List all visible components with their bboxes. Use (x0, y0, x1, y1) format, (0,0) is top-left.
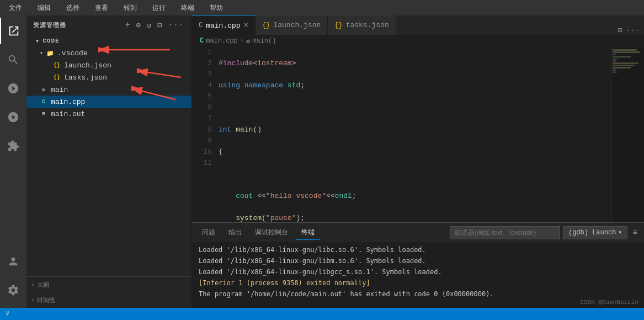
status-bar: ⑂ (0, 308, 644, 320)
tab-json-icon: {} (334, 22, 342, 29)
editor-area: C main.cpp × {} launch.json {} tasks.jso… (192, 15, 644, 308)
minimap (611, 47, 644, 222)
panel-tab-terminal[interactable]: 终端 (296, 225, 320, 240)
panel-tabs: 问题 输出 调试控制台 终端 (gdb) Launch ▾ ≡ (192, 223, 644, 242)
activity-icon-account[interactable] (0, 248, 26, 275)
output-line-1: Loaded '/lib/x86_64-linux-gnu/libc.so.6'… (199, 244, 637, 255)
status-left: ⑂ (6, 310, 9, 318)
cpp-icon: C (40, 98, 47, 106)
more-actions-icon[interactable]: ··· (626, 26, 640, 35)
activity-bar-bottom (0, 248, 26, 308)
panel-menu-icon[interactable]: ≡ (631, 228, 640, 237)
tasks-json-name: tasks.json (64, 74, 107, 82)
sidebar-bottom-timeline[interactable]: › 时间线 (26, 292, 191, 308)
menu-item-edit[interactable]: 编辑 (34, 2, 54, 14)
code-content[interactable]: #include<iostream> using namespace std; … (219, 47, 611, 222)
menu-item-view[interactable]: 查看 (92, 2, 111, 14)
main-file-name: main (51, 86, 68, 94)
activity-icon-settings[interactable] (0, 277, 26, 303)
tab-launch-json-label: launch.json (273, 21, 321, 29)
panel-output: Loaded '/lib/x86_64-linux-gnu/libc.so.6'… (192, 242, 644, 308)
activity-icon-search[interactable] (0, 46, 26, 73)
chevron-right-icon: › (31, 297, 35, 303)
minimap-content (611, 47, 644, 76)
panel-filter: (gdb) Launch ▾ ≡ (450, 226, 640, 239)
outline-label: 大纲 (37, 281, 49, 289)
panel-tab-output[interactable]: 输出 (223, 225, 247, 240)
menu-item-run[interactable]: 运行 (149, 2, 169, 14)
breadcrumb-symbol-icon: ◇ (246, 37, 250, 45)
main-layout: 资源管理器 + ⊕ ↺ ⊟ ··· ▾ CODE ▾ 📁 .vscode (0, 15, 644, 308)
menu-item-select[interactable]: 选择 (63, 2, 83, 14)
main-out-name: main.out (51, 110, 85, 118)
split-editor-icon[interactable]: ⊡ (618, 25, 622, 35)
breadcrumb-icon: C (200, 37, 204, 45)
bottom-panel: 问题 输出 调试控制台 终端 (gdb) Launch ▾ ≡ Loaded '… (192, 222, 644, 308)
menu-item-goto[interactable]: 转到 (120, 2, 140, 14)
panel-tab-problems[interactable]: 问题 (196, 225, 221, 240)
file-generic-icon: ≡ (40, 86, 47, 93)
activity-bar (0, 15, 26, 308)
file-main-out[interactable]: ≡ main.out (26, 108, 191, 120)
explorer-section: ▾ CODE ▾ 📁 .vscode {} launch.json {} tas… (26, 35, 191, 276)
menu-item-terminal[interactable]: 终端 (178, 2, 198, 14)
menu-item-help[interactable]: 帮助 (206, 2, 226, 14)
panel-dropdown-label: (gdb) Launch (568, 229, 616, 237)
activity-icon-extensions[interactable] (0, 133, 26, 159)
file-tasks-json[interactable]: {} tasks.json (26, 71, 191, 83)
sidebar-header-icons: + ⊕ ↺ ⊟ ··· (124, 19, 185, 31)
file-launch-json[interactable]: {} launch.json (26, 59, 191, 71)
new-file-icon[interactable]: + (124, 19, 131, 31)
code-editor[interactable]: 1 2 3 4 5 6 7 8 9 10 11 #include<iostrea… (192, 47, 611, 222)
tab-launch-json[interactable]: {} launch.json (256, 15, 328, 35)
activity-icon-debug[interactable] (0, 104, 26, 130)
tab-close-icon[interactable]: × (244, 21, 248, 30)
tab-main-cpp-label: main.cpp (206, 22, 240, 30)
launch-json-name: launch.json (64, 61, 111, 70)
file-main[interactable]: ≡ main (26, 83, 191, 96)
json-icon: {} (53, 61, 61, 69)
chevron-down-icon: ▾ (618, 228, 622, 237)
tab-cpp-icon: C (199, 22, 203, 29)
sidebar-bottom-outline[interactable]: › 大纲 (26, 277, 191, 292)
git-branch-icon: ⑂ (6, 310, 9, 318)
sidebar-bottom: › 大纲 › 时间线 (26, 276, 191, 308)
vscode-folder[interactable]: ▾ 📁 .vscode (26, 47, 191, 59)
chevron-down-icon: ▾ (40, 50, 43, 56)
refresh-icon[interactable]: ↺ (146, 19, 153, 31)
output-line-3: Loaded '/lib/x86_64-linux-gnu/libgcc_s.s… (199, 266, 637, 277)
main-cpp-name: main.cpp (51, 98, 85, 106)
activity-icon-git[interactable] (0, 75, 26, 102)
line-numbers: 1 2 3 4 5 6 7 8 9 10 11 (192, 47, 219, 222)
breadcrumb-file[interactable]: main.cpp (206, 37, 238, 45)
file-main-cpp[interactable]: C main.cpp (26, 96, 191, 108)
file-generic-icon: ≡ (40, 110, 47, 118)
more-actions-icon[interactable]: ··· (167, 19, 185, 31)
vscode-folder-name: .vscode (57, 49, 88, 57)
panel-tab-debug[interactable]: 调试控制台 (249, 225, 294, 240)
csdn-watermark: CSDN @DuanNaiLin (580, 299, 638, 306)
tab-tasks-json-label: tasks.json (346, 21, 389, 29)
menu-item-file[interactable]: 文件 (6, 2, 25, 14)
activity-icon-explorer[interactable] (0, 18, 26, 44)
chevron-down-icon: ▾ (35, 37, 39, 45)
tab-main-cpp[interactable]: C main.cpp × (192, 15, 256, 35)
tab-tasks-json[interactable]: {} tasks.json (328, 15, 396, 35)
code-editor-wrapper: 1 2 3 4 5 6 7 8 9 10 11 #include<iostrea… (192, 47, 644, 222)
output-line-5: The program '/home/lin/code/main.out' ha… (199, 288, 637, 300)
menu-bar: 文件 编辑 选择 查看 转到 运行 终端 帮助 (0, 0, 644, 15)
folder-icon: 📁 (46, 49, 54, 57)
breadcrumb-sep: › (240, 37, 244, 45)
collapse-icon[interactable]: ⊟ (156, 19, 163, 31)
sidebar-header: 资源管理器 + ⊕ ↺ ⊟ ··· (26, 15, 191, 35)
tabs-actions: ⊡ ··· (613, 25, 644, 35)
sidebar: 资源管理器 + ⊕ ↺ ⊟ ··· ▾ CODE ▾ 📁 .vscode (26, 15, 192, 308)
project-name: CODE (42, 38, 59, 44)
tabs-bar: C main.cpp × {} launch.json {} tasks.jso… (192, 15, 644, 35)
panel-filter-input[interactable] (450, 226, 560, 239)
project-root[interactable]: ▾ CODE (26, 35, 191, 47)
breadcrumb-symbol[interactable]: main() (252, 37, 276, 45)
output-line-2: Loaded '/lib/x86_64-linux-gnu/libm.so.6'… (199, 255, 637, 266)
new-folder-icon[interactable]: ⊕ (135, 19, 142, 31)
panel-dropdown[interactable]: (gdb) Launch ▾ (563, 226, 627, 239)
